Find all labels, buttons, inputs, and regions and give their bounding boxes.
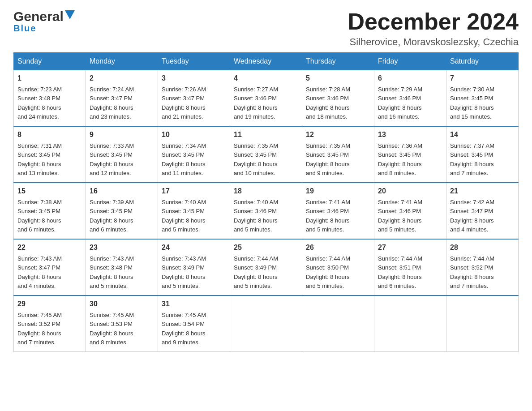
title-block: December 2024 Silherovice, Moravskoslezs… bbox=[348, 9, 519, 48]
day-info: Sunrise: 7:28 AMSunset: 3:46 PMDaylight:… bbox=[306, 86, 350, 120]
day-info: Sunrise: 7:44 AMSunset: 3:51 PMDaylight:… bbox=[378, 255, 422, 289]
calendar-cell: 28 Sunrise: 7:44 AMSunset: 3:52 PMDaylig… bbox=[446, 239, 519, 295]
day-info: Sunrise: 7:41 AMSunset: 3:46 PMDaylight:… bbox=[306, 199, 350, 233]
day-info: Sunrise: 7:45 AMSunset: 3:53 PMDaylight:… bbox=[90, 312, 134, 346]
calendar-cell bbox=[374, 295, 446, 352]
logo: General Blue bbox=[13, 9, 75, 34]
col-thursday: Thursday bbox=[302, 53, 374, 70]
day-number: 6 bbox=[378, 73, 442, 84]
day-info: Sunrise: 7:37 AMSunset: 3:45 PMDaylight:… bbox=[450, 142, 494, 176]
day-number: 19 bbox=[306, 186, 370, 197]
col-friday: Friday bbox=[374, 53, 446, 70]
day-info: Sunrise: 7:41 AMSunset: 3:46 PMDaylight:… bbox=[378, 199, 422, 233]
page-header: General Blue December 2024 Silherovice, … bbox=[13, 9, 519, 48]
day-info: Sunrise: 7:43 AMSunset: 3:49 PMDaylight:… bbox=[162, 255, 206, 289]
calendar-cell: 30 Sunrise: 7:45 AMSunset: 3:53 PMDaylig… bbox=[86, 295, 158, 352]
day-info: Sunrise: 7:23 AMSunset: 3:48 PMDaylight:… bbox=[17, 86, 62, 120]
day-info: Sunrise: 7:45 AMSunset: 3:52 PMDaylight:… bbox=[17, 312, 62, 346]
col-monday: Monday bbox=[86, 53, 158, 70]
calendar-cell: 18 Sunrise: 7:40 AMSunset: 3:46 PMDaylig… bbox=[230, 183, 302, 239]
calendar-cell: 6 Sunrise: 7:29 AMSunset: 3:46 PMDayligh… bbox=[374, 70, 446, 127]
day-info: Sunrise: 7:33 AMSunset: 3:45 PMDaylight:… bbox=[90, 142, 134, 176]
logo-triangle-icon bbox=[65, 10, 75, 21]
logo-blue-text: Blue bbox=[13, 23, 36, 34]
calendar-cell bbox=[302, 295, 374, 352]
day-number: 31 bbox=[162, 299, 226, 309]
day-number: 14 bbox=[450, 129, 515, 140]
calendar-cell: 10 Sunrise: 7:34 AMSunset: 3:45 PMDaylig… bbox=[158, 126, 230, 183]
day-info: Sunrise: 7:43 AMSunset: 3:47 PMDaylight:… bbox=[17, 255, 62, 289]
day-info: Sunrise: 7:44 AMSunset: 3:49 PMDaylight:… bbox=[234, 255, 278, 289]
day-number: 11 bbox=[234, 129, 298, 140]
day-info: Sunrise: 7:35 AMSunset: 3:45 PMDaylight:… bbox=[234, 142, 278, 176]
day-number: 28 bbox=[450, 242, 515, 253]
day-number: 16 bbox=[90, 186, 154, 197]
col-sunday: Sunday bbox=[14, 53, 86, 70]
day-info: Sunrise: 7:27 AMSunset: 3:46 PMDaylight:… bbox=[234, 86, 278, 120]
day-info: Sunrise: 7:38 AMSunset: 3:45 PMDaylight:… bbox=[17, 199, 62, 233]
day-number: 7 bbox=[450, 73, 515, 84]
calendar-cell: 14 Sunrise: 7:37 AMSunset: 3:45 PMDaylig… bbox=[446, 126, 519, 183]
day-number: 10 bbox=[162, 129, 226, 140]
calendar-cell: 3 Sunrise: 7:26 AMSunset: 3:47 PMDayligh… bbox=[158, 70, 230, 127]
calendar-cell: 20 Sunrise: 7:41 AMSunset: 3:46 PMDaylig… bbox=[374, 183, 446, 239]
day-info: Sunrise: 7:35 AMSunset: 3:45 PMDaylight:… bbox=[306, 142, 350, 176]
day-info: Sunrise: 7:40 AMSunset: 3:46 PMDaylight:… bbox=[234, 199, 278, 233]
day-number: 3 bbox=[162, 73, 226, 84]
day-number: 27 bbox=[378, 242, 442, 253]
calendar-cell: 27 Sunrise: 7:44 AMSunset: 3:51 PMDaylig… bbox=[374, 239, 446, 295]
day-number: 24 bbox=[162, 242, 226, 253]
calendar-week-4: 22 Sunrise: 7:43 AMSunset: 3:47 PMDaylig… bbox=[14, 239, 519, 295]
logo-general-text: General bbox=[13, 9, 64, 24]
day-number: 13 bbox=[378, 129, 442, 140]
day-number: 29 bbox=[17, 299, 82, 309]
day-number: 21 bbox=[450, 186, 515, 197]
day-number: 9 bbox=[90, 129, 154, 140]
day-info: Sunrise: 7:34 AMSunset: 3:45 PMDaylight:… bbox=[162, 142, 206, 176]
calendar-cell: 25 Sunrise: 7:44 AMSunset: 3:49 PMDaylig… bbox=[230, 239, 302, 295]
calendar-week-2: 8 Sunrise: 7:31 AMSunset: 3:45 PMDayligh… bbox=[14, 126, 519, 183]
col-saturday: Saturday bbox=[446, 53, 519, 70]
day-number: 22 bbox=[17, 242, 82, 253]
calendar-week-1: 1 Sunrise: 7:23 AMSunset: 3:48 PMDayligh… bbox=[14, 70, 519, 127]
day-number: 20 bbox=[378, 186, 442, 197]
day-info: Sunrise: 7:44 AMSunset: 3:52 PMDaylight:… bbox=[450, 255, 494, 289]
day-number: 18 bbox=[234, 186, 298, 197]
calendar-cell: 4 Sunrise: 7:27 AMSunset: 3:46 PMDayligh… bbox=[230, 70, 302, 127]
calendar-subtitle: Silherovice, Moravskoslezsky, Czechia bbox=[348, 36, 519, 48]
col-wednesday: Wednesday bbox=[230, 53, 302, 70]
day-number: 12 bbox=[306, 129, 370, 140]
day-info: Sunrise: 7:42 AMSunset: 3:47 PMDaylight:… bbox=[450, 199, 494, 233]
calendar-cell: 11 Sunrise: 7:35 AMSunset: 3:45 PMDaylig… bbox=[230, 126, 302, 183]
calendar-cell bbox=[446, 295, 519, 352]
day-number: 25 bbox=[234, 242, 298, 253]
day-info: Sunrise: 7:29 AMSunset: 3:46 PMDaylight:… bbox=[378, 86, 422, 120]
day-number: 23 bbox=[90, 242, 154, 253]
day-info: Sunrise: 7:43 AMSunset: 3:48 PMDaylight:… bbox=[90, 255, 134, 289]
calendar-cell: 5 Sunrise: 7:28 AMSunset: 3:46 PMDayligh… bbox=[302, 70, 374, 127]
calendar-cell: 2 Sunrise: 7:24 AMSunset: 3:47 PMDayligh… bbox=[86, 70, 158, 127]
calendar-cell: 26 Sunrise: 7:44 AMSunset: 3:50 PMDaylig… bbox=[302, 239, 374, 295]
day-info: Sunrise: 7:26 AMSunset: 3:47 PMDaylight:… bbox=[162, 86, 206, 120]
day-info: Sunrise: 7:39 AMSunset: 3:45 PMDaylight:… bbox=[90, 199, 134, 233]
calendar-cell: 24 Sunrise: 7:43 AMSunset: 3:49 PMDaylig… bbox=[158, 239, 230, 295]
day-number: 15 bbox=[17, 186, 82, 197]
calendar-week-5: 29 Sunrise: 7:45 AMSunset: 3:52 PMDaylig… bbox=[14, 295, 519, 352]
calendar-cell: 13 Sunrise: 7:36 AMSunset: 3:45 PMDaylig… bbox=[374, 126, 446, 183]
day-info: Sunrise: 7:44 AMSunset: 3:50 PMDaylight:… bbox=[306, 255, 350, 289]
day-number: 4 bbox=[234, 73, 298, 84]
calendar-cell: 31 Sunrise: 7:45 AMSunset: 3:54 PMDaylig… bbox=[158, 295, 230, 352]
day-info: Sunrise: 7:45 AMSunset: 3:54 PMDaylight:… bbox=[162, 312, 206, 346]
calendar-cell: 12 Sunrise: 7:35 AMSunset: 3:45 PMDaylig… bbox=[302, 126, 374, 183]
day-info: Sunrise: 7:31 AMSunset: 3:45 PMDaylight:… bbox=[17, 142, 62, 176]
day-number: 30 bbox=[90, 299, 154, 309]
calendar-cell: 9 Sunrise: 7:33 AMSunset: 3:45 PMDayligh… bbox=[86, 126, 158, 183]
day-number: 8 bbox=[17, 129, 82, 140]
calendar-header-row: Sunday Monday Tuesday Wednesday Thursday… bbox=[14, 53, 519, 70]
calendar-cell bbox=[230, 295, 302, 352]
calendar-cell: 22 Sunrise: 7:43 AMSunset: 3:47 PMDaylig… bbox=[14, 239, 86, 295]
calendar-cell: 1 Sunrise: 7:23 AMSunset: 3:48 PMDayligh… bbox=[14, 70, 86, 127]
day-info: Sunrise: 7:24 AMSunset: 3:47 PMDaylight:… bbox=[90, 86, 134, 120]
calendar-cell: 29 Sunrise: 7:45 AMSunset: 3:52 PMDaylig… bbox=[14, 295, 86, 352]
day-number: 1 bbox=[17, 73, 82, 84]
